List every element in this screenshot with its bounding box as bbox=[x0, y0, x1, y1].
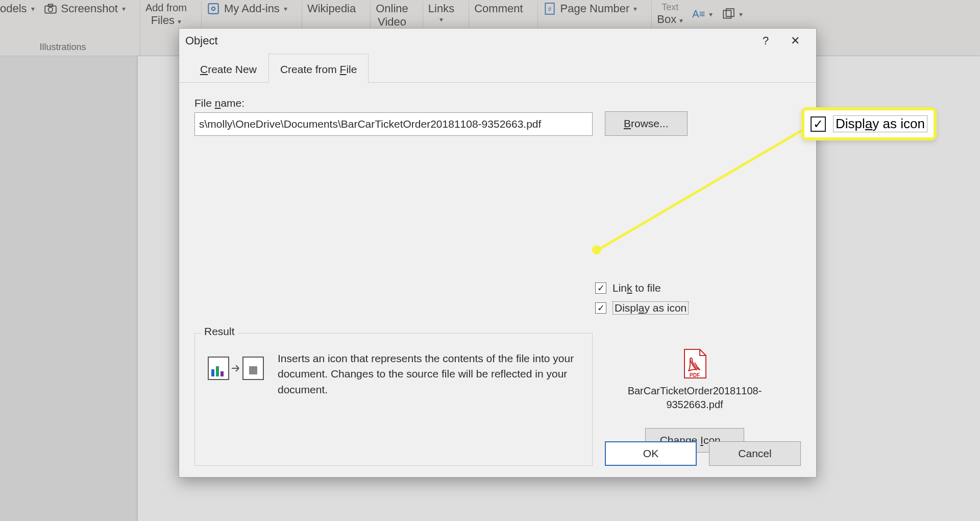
preview-filename: BarCarTicketOrder20181108-9352663.pdf bbox=[628, 384, 762, 412]
svg-text:PDF: PDF bbox=[690, 372, 700, 378]
text-box-button[interactable]: Text Box ▾ bbox=[657, 2, 683, 26]
checkbox-checked-icon: ✓ bbox=[811, 116, 826, 132]
svg-rect-14 bbox=[249, 366, 257, 374]
wikipedia-button[interactable]: Wikipedia bbox=[307, 2, 356, 15]
help-button[interactable]: ? bbox=[751, 31, 780, 51]
tab-create-new[interactable]: Create New bbox=[188, 54, 268, 83]
camera-icon bbox=[44, 2, 57, 15]
dialog-title: Object bbox=[185, 34, 218, 48]
file-name-input[interactable] bbox=[194, 112, 593, 136]
chevron-down-icon: ▾ bbox=[633, 5, 637, 13]
svg-rect-2 bbox=[48, 4, 53, 6]
object-button[interactable]: ▾ bbox=[722, 8, 743, 21]
result-legend: Result bbox=[201, 325, 238, 338]
text-effects-button[interactable]: A≡ ▾ bbox=[692, 8, 713, 20]
cancel-button[interactable]: Cancel bbox=[709, 441, 801, 466]
links-button[interactable]: Links ▾ bbox=[428, 2, 454, 23]
page-number-icon: # bbox=[543, 2, 556, 15]
links-label: Links bbox=[428, 2, 454, 15]
pdf-icon: PDF bbox=[681, 348, 708, 380]
tab-create-new-label: Create New bbox=[200, 63, 257, 75]
screenshot-button[interactable]: Screenshot ▾ bbox=[44, 2, 126, 15]
chevron-down-icon: ▾ bbox=[178, 17, 181, 26]
checkbox-checked-icon: ✓ bbox=[595, 302, 606, 314]
svg-point-1 bbox=[48, 7, 53, 12]
chevron-down-icon: ▾ bbox=[31, 5, 35, 13]
cancel-button-label: Cancel bbox=[738, 447, 771, 460]
ok-button-label: OK bbox=[643, 447, 658, 460]
dialog-titlebar: Object ? ✕ bbox=[179, 29, 816, 53]
svg-text:#: # bbox=[548, 6, 551, 13]
my-addins-label: My Add-ins bbox=[224, 2, 280, 15]
svg-rect-12 bbox=[220, 371, 224, 376]
files-label: Files bbox=[151, 14, 175, 27]
my-addins-button[interactable]: My Add-ins ▾ bbox=[207, 2, 287, 15]
tab-create-from-file-label: Create from File bbox=[280, 63, 357, 75]
page-number-button[interactable]: # Page Number ▾ bbox=[543, 2, 638, 15]
tab-create-from-file[interactable]: Create from File bbox=[268, 54, 369, 83]
chevron-down-icon: ▾ bbox=[739, 10, 743, 18]
result-illustration-icon bbox=[206, 351, 267, 386]
object-dialog: Object ? ✕ Create New Create from File F… bbox=[179, 28, 817, 478]
text-effects-icon: A≡ bbox=[692, 8, 705, 20]
comment-label: Comment bbox=[474, 2, 523, 15]
link-to-file-checkbox[interactable]: ✓ Link to file bbox=[595, 282, 689, 294]
3d-models-label: odels bbox=[0, 2, 27, 15]
display-as-icon-label: Display as icon bbox=[612, 301, 689, 315]
browse-button[interactable]: Browse... bbox=[605, 111, 688, 136]
online-label: Online bbox=[376, 2, 408, 15]
comment-button[interactable]: Comment bbox=[474, 2, 523, 15]
chevron-down-icon: ▾ bbox=[284, 5, 287, 13]
callout-display-as-icon: ✓ Display as icon bbox=[801, 107, 937, 140]
link-to-file-label: Link to file bbox=[612, 282, 661, 294]
dialog-tabs: Create New Create from File bbox=[179, 53, 816, 83]
file-name-label: File name: bbox=[194, 97, 593, 109]
page-number-label: Page Number bbox=[560, 2, 630, 15]
close-icon: ✕ bbox=[791, 34, 800, 48]
svg-rect-8 bbox=[726, 9, 734, 16]
chevron-down-icon: ▾ bbox=[679, 16, 683, 25]
addin-icon bbox=[207, 2, 220, 15]
help-icon: ? bbox=[763, 34, 769, 48]
svg-rect-11 bbox=[216, 366, 219, 376]
chevron-down-icon: ▾ bbox=[709, 10, 713, 18]
close-button[interactable]: ✕ bbox=[780, 31, 810, 51]
object-icon bbox=[722, 8, 735, 21]
add-from-label: Add from bbox=[145, 2, 187, 14]
result-group: Result Inserts an icon that represents t… bbox=[194, 333, 593, 466]
chevron-down-icon: ▾ bbox=[122, 5, 126, 13]
callout-pointer-dot bbox=[592, 245, 601, 254]
svg-rect-7 bbox=[724, 10, 731, 18]
browse-button-label: Browse... bbox=[624, 117, 669, 130]
add-from-files-button[interactable]: Add from Files ▾ bbox=[145, 2, 187, 27]
result-description: Inserts an icon that represents the cont… bbox=[278, 351, 581, 397]
video-label: Video bbox=[378, 15, 406, 29]
svg-rect-3 bbox=[208, 4, 218, 14]
checkbox-checked-icon: ✓ bbox=[595, 282, 606, 294]
wikipedia-label: Wikipedia bbox=[307, 2, 356, 15]
chevron-down-icon: ▾ bbox=[439, 15, 443, 23]
icon-preview: PDF BarCarTicketOrder20181108-9352663.pd… bbox=[628, 348, 761, 453]
dialog-body: File name: Browse... ✓ Link to file ✓ Di… bbox=[179, 83, 816, 477]
screenshot-label: Screenshot bbox=[61, 2, 118, 15]
box-label: Box bbox=[657, 13, 676, 26]
ok-button[interactable]: OK bbox=[605, 441, 697, 466]
3d-models-button[interactable]: odels ▾ bbox=[0, 2, 35, 15]
callout-label: Display as icon bbox=[833, 115, 927, 132]
svg-point-4 bbox=[212, 7, 215, 11]
display-as-icon-checkbox[interactable]: ✓ Display as icon bbox=[595, 301, 689, 315]
online-video-button[interactable]: Online Video bbox=[376, 2, 408, 29]
svg-rect-10 bbox=[211, 369, 214, 376]
ribbon-group-illustrations: Illustrations bbox=[39, 42, 86, 53]
